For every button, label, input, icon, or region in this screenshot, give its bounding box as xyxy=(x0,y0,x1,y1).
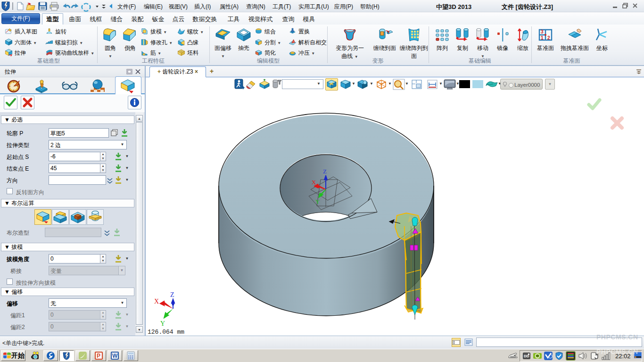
svg-text:X: X xyxy=(154,298,159,305)
svg-text:W: W xyxy=(112,353,118,359)
svg-text:X: X xyxy=(312,179,316,186)
svg-text:Z: Z xyxy=(170,291,174,298)
svg-text:Y: Y xyxy=(315,198,320,205)
svg-text:Z: Z xyxy=(323,168,327,175)
svg-text:126.064 mm: 126.064 mm xyxy=(148,329,184,336)
svg-text:P: P xyxy=(97,353,100,359)
svg-text:Y: Y xyxy=(160,320,165,327)
